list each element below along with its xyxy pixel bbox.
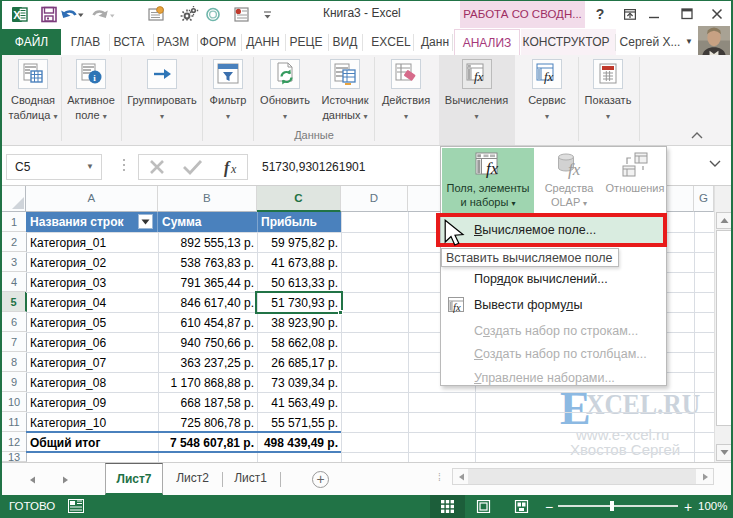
svg-text:fx: fx [568,160,581,179]
svg-text:fx: fx [474,69,484,84]
svg-text:X: X [13,9,21,21]
svg-text:fx: fx [544,69,554,84]
svg-text:fx: fx [453,302,461,313]
svg-text:x: x [230,162,237,176]
svg-text:f: f [224,159,231,177]
svg-text:fx: fx [486,159,499,178]
